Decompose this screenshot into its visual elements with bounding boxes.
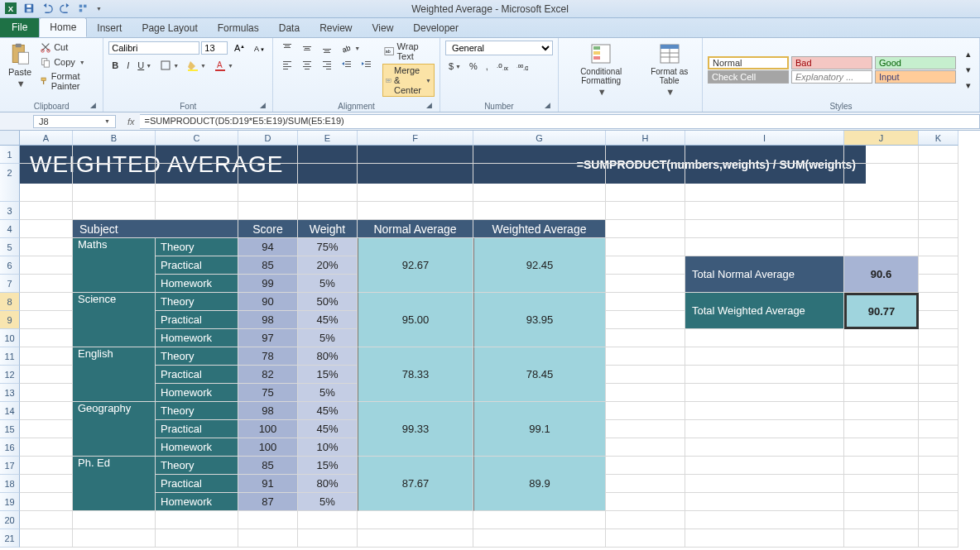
cell-A6[interactable] bbox=[20, 256, 73, 275]
cell-H16[interactable] bbox=[606, 438, 685, 457]
copy-button[interactable]: Copy▼ bbox=[38, 55, 98, 69]
cell-A21[interactable] bbox=[20, 529, 73, 548]
row-header-9[interactable]: 9 bbox=[0, 311, 20, 329]
cell-H1[interactable] bbox=[606, 146, 685, 164]
row-header-13[interactable]: 13 bbox=[0, 384, 20, 402]
cell-A2[interactable] bbox=[20, 164, 73, 202]
styles-scroll-up-icon[interactable]: ▴ bbox=[963, 47, 974, 61]
cell-A5[interactable] bbox=[20, 238, 73, 256]
cell-A9[interactable] bbox=[20, 311, 73, 329]
cell-styles-gallery[interactable]: Normal Bad Good Check Cell Explanatory .… bbox=[708, 56, 958, 84]
cell-J20[interactable] bbox=[844, 511, 919, 529]
currency-icon[interactable]: $▼ bbox=[445, 60, 464, 73]
cell-J5[interactable] bbox=[844, 238, 919, 256]
cell-E20[interactable] bbox=[298, 511, 358, 529]
cell-A20[interactable] bbox=[20, 511, 73, 529]
summary-weighted-value[interactable]: 90.77 bbox=[844, 293, 919, 329]
formulas-tab[interactable]: Formulas bbox=[208, 19, 269, 37]
col-header-I[interactable]: I bbox=[685, 131, 844, 146]
cell-K13[interactable] bbox=[919, 384, 958, 402]
cell-E3[interactable] bbox=[298, 202, 358, 220]
cell-E2[interactable] bbox=[298, 164, 358, 202]
col-header-F[interactable]: F bbox=[358, 131, 473, 146]
cell-H12[interactable] bbox=[606, 366, 685, 384]
increase-font-icon[interactable]: A▲ bbox=[229, 41, 247, 55]
redo-icon[interactable] bbox=[58, 2, 73, 17]
cell-I10[interactable] bbox=[685, 329, 844, 347]
cell-I16[interactable] bbox=[685, 438, 844, 457]
cell-K14[interactable] bbox=[919, 402, 958, 420]
col-header-D[interactable]: D bbox=[238, 131, 298, 146]
number-format-combo[interactable]: General bbox=[445, 41, 553, 55]
cell-J18[interactable] bbox=[844, 475, 919, 493]
wrap-text-button[interactable]: abWrap Text bbox=[382, 41, 435, 62]
cell-A7[interactable] bbox=[20, 275, 73, 293]
cell-D1[interactable] bbox=[238, 146, 298, 164]
cell-K4[interactable] bbox=[919, 220, 958, 238]
cell-I19[interactable] bbox=[685, 493, 844, 511]
cell-H19[interactable] bbox=[606, 493, 685, 511]
merge-center-button[interactable]: Merge & Center▼ bbox=[382, 64, 435, 97]
cell-I11[interactable] bbox=[685, 347, 844, 366]
col-header-H[interactable]: H bbox=[606, 131, 685, 146]
cell-I17[interactable] bbox=[685, 457, 844, 475]
col-header-K[interactable]: K bbox=[919, 131, 958, 146]
cell-H2[interactable] bbox=[606, 164, 685, 202]
row-header-21[interactable]: 21 bbox=[0, 529, 20, 548]
align-left-icon[interactable] bbox=[278, 57, 296, 72]
file-tab[interactable]: File bbox=[0, 17, 39, 37]
worksheet-grid[interactable]: ABCDEFGHIJK 1234567891011121314151617181… bbox=[0, 131, 980, 146]
cell-K17[interactable] bbox=[919, 457, 958, 475]
paste-button[interactable]: Paste▼ bbox=[5, 41, 35, 90]
cell-A19[interactable] bbox=[20, 493, 73, 511]
cell-H10[interactable] bbox=[606, 329, 685, 347]
qat-dropdown-icon[interactable]: ▼ bbox=[96, 6, 102, 12]
cell-H8[interactable] bbox=[606, 293, 685, 311]
cell-J19[interactable] bbox=[844, 493, 919, 511]
name-box[interactable]: J8▼ bbox=[33, 115, 116, 128]
cell-H6[interactable] bbox=[606, 256, 685, 275]
align-top-icon[interactable] bbox=[278, 41, 296, 55]
orientation-icon[interactable]: ab▼ bbox=[338, 41, 363, 55]
cell-E1[interactable] bbox=[298, 146, 358, 164]
cell-K11[interactable] bbox=[919, 347, 958, 366]
cell-A13[interactable] bbox=[20, 384, 73, 402]
format-painter-button[interactable]: Format Painter bbox=[38, 70, 98, 92]
cell-H14[interactable] bbox=[606, 402, 685, 420]
cell-I20[interactable] bbox=[685, 511, 844, 529]
cell-I18[interactable] bbox=[685, 475, 844, 493]
cell-H21[interactable] bbox=[606, 529, 685, 548]
style-input[interactable]: Input bbox=[875, 70, 956, 84]
cell-J2[interactable] bbox=[844, 164, 919, 202]
cell-J15[interactable] bbox=[844, 420, 919, 438]
cell-B21[interactable] bbox=[73, 529, 156, 548]
cell-K20[interactable] bbox=[919, 511, 958, 529]
cell-G20[interactable] bbox=[473, 511, 606, 529]
save-icon[interactable] bbox=[22, 2, 36, 17]
conditional-formatting-button[interactable]: Conditional Formatting▼ bbox=[564, 41, 638, 98]
cell-J12[interactable] bbox=[844, 366, 919, 384]
font-color-button[interactable]: A▼ bbox=[211, 58, 237, 73]
cell-B1[interactable] bbox=[73, 146, 156, 164]
border-button[interactable]: ▼ bbox=[156, 58, 182, 73]
cell-B20[interactable] bbox=[73, 511, 156, 529]
row-header-5[interactable]: 5 bbox=[0, 238, 20, 256]
cell-A18[interactable] bbox=[20, 475, 73, 493]
cell-K5[interactable] bbox=[919, 238, 958, 256]
row-header-14[interactable]: 14 bbox=[0, 402, 20, 420]
cell-J10[interactable] bbox=[844, 329, 919, 347]
style-bad[interactable]: Bad bbox=[791, 56, 872, 69]
cell-J13[interactable] bbox=[844, 384, 919, 402]
cell-A15[interactable] bbox=[20, 420, 73, 438]
cell-H4[interactable] bbox=[606, 220, 685, 238]
cell-I13[interactable] bbox=[685, 384, 844, 402]
cell-I2[interactable] bbox=[685, 164, 844, 202]
cell-K2[interactable] bbox=[919, 164, 958, 202]
cell-J1[interactable] bbox=[844, 146, 919, 164]
font-size-combo[interactable] bbox=[201, 41, 228, 55]
cell-I15[interactable] bbox=[685, 420, 844, 438]
cell-H15[interactable] bbox=[606, 420, 685, 438]
cell-C1[interactable] bbox=[156, 146, 238, 164]
col-header-E[interactable]: E bbox=[298, 131, 358, 146]
cell-K6[interactable] bbox=[919, 256, 958, 275]
